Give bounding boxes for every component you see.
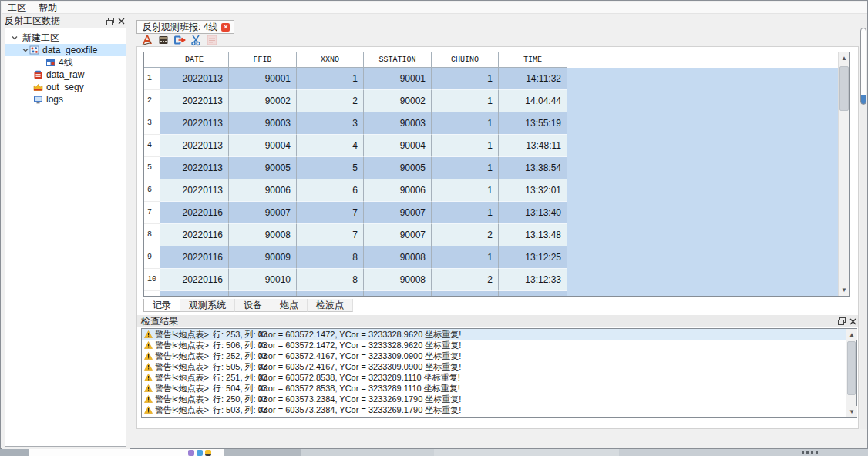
warning-row[interactable]: 警告! <炮点表> 行: 505, 列: 03 Xcor = 603572.41…	[142, 361, 846, 372]
close-panel-icon[interactable]	[847, 317, 858, 327]
table-row-partial[interactable]	[144, 291, 567, 296]
taskbar-app-icon[interactable]	[188, 450, 194, 456]
cell-xxno[interactable]: 6	[297, 179, 364, 202]
cell-sstation[interactable]: 90005	[364, 157, 432, 179]
cell-chuino[interactable]: 1	[432, 157, 499, 179]
cell-date[interactable]	[160, 291, 229, 296]
chevron-down-icon[interactable]	[11, 34, 19, 42]
table-row[interactable]: 7 20220116 90007 7 90007 1 13:13:40	[144, 202, 567, 224]
cell-time[interactable]: 14:11:32	[499, 68, 567, 90]
close-panel-icon[interactable]	[116, 16, 126, 26]
cell-ffid[interactable]: 90003	[229, 112, 297, 135]
cell-time[interactable]: 13:13:48	[499, 224, 567, 246]
table-row[interactable]: 10 20220116 90010 8 90008 2 13:12:33	[144, 269, 567, 291]
warning-row[interactable]: 警告! <炮点表> 行: 252, 列: 03 Xcor = 603572.41…	[142, 350, 846, 361]
view-tab-shot-points[interactable]: 炮点	[271, 299, 308, 312]
cell-ffid[interactable]: 90002	[229, 90, 297, 112]
cell-xxno[interactable]: 8	[297, 246, 364, 269]
cell-ffid[interactable]: 90009	[229, 246, 297, 269]
cell-xxno[interactable]: 7	[297, 202, 364, 224]
cell-chuino[interactable]: 1	[432, 246, 499, 269]
table-row[interactable]: 2 20220113 90002 2 90002 1 14:04:44	[144, 90, 567, 112]
tab-observation-report[interactable]: 反射观测班报: 4线 ×	[136, 20, 234, 34]
cell-xxno[interactable]: 7	[297, 224, 364, 246]
menu-help[interactable]: 帮助	[32, 2, 63, 14]
warning-row[interactable]: 警告! <炮点表> 行: 250, 列: 03 Xcor = 603573.23…	[142, 394, 846, 404]
sps-icon[interactable]	[205, 34, 218, 46]
cell-sstation[interactable]: 90002	[364, 90, 432, 112]
tree-item-root[interactable]: 新建工区	[5, 32, 126, 44]
tab-close-icon[interactable]: ×	[221, 23, 230, 32]
menu-workarea[interactable]: 工区	[2, 2, 32, 14]
taskbar-app-icon[interactable]	[205, 450, 211, 456]
table-row[interactable]: 9 20220116 90009 8 90008 1 13:12:25	[144, 246, 567, 269]
cell-time[interactable]: 13:13:40	[499, 202, 567, 224]
cell-ffid[interactable]: 90007	[229, 202, 297, 224]
taskbar-app-icon[interactable]	[197, 450, 203, 456]
cell-ffid[interactable]: 90001	[229, 68, 297, 90]
tree-item-data-geoxfile[interactable]: data_geoxfile	[5, 44, 126, 56]
cell-xxno[interactable]: 5	[297, 157, 364, 179]
warning-row[interactable]: 警告! <炮点表> 行: 251, 列: 03 Xcor = 603572.85…	[142, 372, 846, 383]
cell-time[interactable]	[499, 291, 567, 296]
column-header-xxno[interactable]: XXNO	[297, 52, 364, 68]
table-row[interactable]: 6 20220113 90006 6 90006 1 13:32:01	[144, 179, 567, 202]
cell-date[interactable]: 20220113	[160, 112, 229, 135]
warning-row[interactable]: 警告! <炮点表> 行: 253, 列: 03 Xcor = 603572.14…	[142, 329, 846, 340]
warning-row[interactable]: 警告! <炮点表> 行: 503, 列: 03 Xcor = 603573.23…	[142, 404, 846, 415]
scroll-down-icon[interactable]: ▼	[839, 284, 849, 296]
cell-date[interactable]: 20220116	[160, 269, 229, 291]
view-tab-records[interactable]: 记录	[143, 299, 180, 312]
table-scrollbar-thumb[interactable]	[839, 66, 849, 111]
cell-sstation[interactable]: 90007	[364, 224, 432, 246]
column-header-time[interactable]: TIME	[499, 52, 567, 68]
cell-sstation[interactable]: 90008	[364, 269, 432, 291]
table-row[interactable]: 4 20220113 90004 4 90004 1 13:48:11	[144, 135, 567, 157]
cell-xxno[interactable]	[297, 291, 364, 296]
cell-time[interactable]: 14:04:44	[499, 90, 567, 112]
cut-icon[interactable]	[189, 34, 202, 46]
cell-sstation[interactable]: 90003	[364, 112, 432, 135]
tree-item-line4[interactable]: 4线	[5, 56, 126, 69]
cell-date[interactable]: 20220113	[160, 135, 229, 157]
table-row[interactable]: 1 20220113 90001 1 90001 1 14:11:32	[144, 68, 567, 90]
cell-sstation[interactable]: 90008	[364, 246, 432, 269]
cell-chuino[interactable]: 2	[432, 224, 499, 246]
cell-ffid[interactable]: 90005	[229, 157, 297, 179]
tree-item-out-segy[interactable]: out_segy	[5, 81, 126, 93]
cell-sstation[interactable]	[364, 291, 432, 296]
cell-date[interactable]: 20220113	[160, 68, 229, 90]
cell-date[interactable]: 20220116	[160, 246, 229, 269]
chevron-down-icon[interactable]	[22, 46, 29, 54]
export-icon[interactable]	[173, 34, 186, 46]
cell-ffid[interactable]	[229, 291, 297, 296]
results-scrollbar-thumb[interactable]	[847, 341, 856, 395]
cell-ffid[interactable]: 90010	[229, 269, 297, 291]
cell-time[interactable]: 13:12:25	[499, 246, 567, 269]
table-row[interactable]: 3 20220113 90003 3 90003 1 13:55:19	[144, 112, 567, 135]
cell-chuino[interactable]	[432, 291, 499, 296]
view-tab-equipment[interactable]: 设备	[235, 299, 271, 312]
cell-time[interactable]: 13:55:19	[499, 112, 567, 135]
cell-time[interactable]: 13:12:33	[499, 269, 567, 291]
float-panel-icon[interactable]	[836, 317, 847, 327]
cell-chuino[interactable]: 2	[432, 269, 499, 291]
cell-sstation[interactable]: 90004	[364, 135, 432, 157]
scroll-up-icon[interactable]: ▲	[846, 329, 857, 340]
cell-xxno[interactable]: 2	[297, 90, 364, 112]
cell-date[interactable]: 20220116	[160, 202, 229, 224]
page-scrollbar-thumb[interactable]	[860, 28, 866, 105]
cell-time[interactable]: 13:38:54	[499, 157, 567, 179]
font-edit-icon[interactable]	[140, 34, 153, 46]
cell-date[interactable]: 20220116	[160, 224, 229, 246]
cell-ffid[interactable]: 90006	[229, 179, 297, 202]
cell-chuino[interactable]: 1	[432, 90, 499, 112]
column-header-ffid[interactable]: FFID	[229, 52, 297, 68]
cell-xxno[interactable]: 1	[297, 68, 364, 90]
table-row[interactable]: 5 20220113 90005 5 90005 1 13:38:54	[144, 157, 567, 179]
cell-sstation[interactable]: 90001	[364, 68, 432, 90]
scroll-up-icon[interactable]: ▲	[839, 52, 849, 64]
cell-chuino[interactable]: 1	[432, 68, 499, 90]
column-header-date[interactable]: DATE	[160, 52, 229, 68]
scroll-down-icon[interactable]: ▼	[846, 406, 857, 417]
